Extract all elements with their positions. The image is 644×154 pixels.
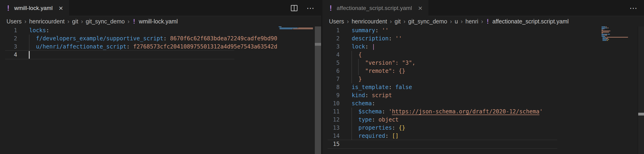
minimap-token: [602, 30, 610, 31]
tab-bar: ! affectionate_script.script.yaml × ⋯: [322, 0, 644, 16]
code-line[interactable]: 1summary: '': [322, 26, 600, 34]
breadcrumb-separator-icon: ›: [461, 18, 462, 25]
line-number[interactable]: 5: [322, 59, 340, 67]
code-token: [375, 116, 378, 123]
breadcrumb-separator-icon: ›: [24, 18, 26, 25]
code-token: '': [382, 27, 388, 34]
close-icon[interactable]: ×: [59, 4, 63, 12]
code-line[interactable]: 2description: '': [322, 34, 600, 43]
line-number[interactable]: 9: [322, 92, 340, 100]
minimap-token: [604, 28, 604, 29]
minimap-token: [602, 26, 605, 27]
code-line[interactable]: 8is_template: false: [322, 83, 600, 92]
breadcrumb-item[interactable]: henricourdent: [352, 18, 387, 25]
code-line[interactable]: 5 "version": "3",: [322, 59, 600, 67]
split-editor-icon[interactable]: [290, 4, 298, 12]
line-number[interactable]: 12: [322, 116, 340, 124]
text-cursor: [29, 51, 30, 59]
breadcrumb-item[interactable]: git_sync_demo: [408, 18, 447, 25]
code-line[interactable]: 3lock: |: [322, 43, 600, 51]
more-actions-icon[interactable]: ⋯: [630, 4, 638, 13]
line-number[interactable]: 10: [322, 100, 340, 108]
breadcrumb-item[interactable]: henricourdent: [29, 18, 65, 25]
line-number[interactable]: 4: [0, 51, 17, 59]
minimap-token: [602, 38, 604, 39]
code-line[interactable]: 3 u/henri/affectionate_script: f2768573c…: [0, 43, 278, 51]
minimap[interactable]: [278, 26, 315, 47]
code-line[interactable]: 6 "remote": {}: [322, 67, 600, 75]
breadcrumb-separator-icon: ›: [390, 18, 392, 25]
code-line-text: required: []: [352, 132, 398, 140]
code-line[interactable]: 4: [0, 51, 278, 59]
code-line[interactable]: 1locks:: [0, 26, 278, 34]
code-editor[interactable]: 1locks:2 f/developers_example/supportive…: [0, 26, 321, 154]
code-token: [388, 133, 392, 139]
line-number[interactable]: 3: [0, 43, 17, 51]
code-line[interactable]: 2 f/developers_example/supportive_script…: [0, 34, 278, 43]
yaml-file-icon: !: [132, 18, 136, 24]
code-token: {}: [398, 124, 405, 131]
code-line[interactable]: 13 properties: {}: [322, 124, 600, 132]
code-editor[interactable]: 1summary: ''2description: ''3lock: |4 {5…: [322, 26, 644, 154]
minimap-token: [602, 30, 603, 30]
line-number[interactable]: 14: [322, 132, 340, 140]
code-token: :: [375, 27, 378, 34]
code-token: https://json-schema.org/draft/2020-12/sc…: [392, 108, 539, 115]
code-token: [385, 108, 388, 115]
line-number[interactable]: 15: [322, 140, 340, 148]
code-token: :: [365, 92, 368, 98]
minimap[interactable]: [600, 26, 638, 47]
breadcrumb-item[interactable]: henri: [465, 18, 478, 25]
line-number[interactable]: 4: [322, 51, 340, 59]
scrollbar[interactable]: [638, 26, 644, 154]
line-number[interactable]: 11: [322, 108, 340, 116]
minimap-token: [608, 34, 610, 34]
code-line[interactable]: 10schema:: [322, 100, 600, 108]
code-line[interactable]: 11 $schema: 'https://json-schema.org/dra…: [322, 108, 600, 116]
breadcrumb-item[interactable]: git_sync_demo: [86, 18, 125, 25]
yaml-file-icon: !: [6, 4, 10, 12]
minimap-token: [293, 28, 313, 29]
tab-affectionate-script[interactable]: ! affectionate_script.script.yaml ×: [322, 0, 428, 16]
breadcrumb-item[interactable]: Users: [329, 18, 344, 25]
code-line[interactable]: 15: [322, 140, 600, 148]
code-line[interactable]: 9kind: script: [322, 92, 600, 100]
line-number[interactable]: 2: [0, 34, 17, 43]
breadcrumb-item[interactable]: git: [72, 18, 78, 25]
code-line[interactable]: 14 required: []: [322, 132, 600, 140]
code-token: object: [378, 116, 399, 123]
code-line[interactable]: 12 type: object: [322, 116, 600, 124]
code-line[interactable]: 4 {: [322, 51, 600, 59]
scrollbar-thumb[interactable]: [315, 43, 321, 46]
line-number[interactable]: 2: [322, 34, 340, 43]
tab-label: affectionate_script.script.yaml: [336, 5, 412, 11]
breadcrumb-file[interactable]: affectionate_script.script.yaml: [492, 18, 568, 25]
breadcrumb-file[interactable]: wmill-lock.yaml: [139, 18, 178, 25]
scrollbar[interactable]: [315, 26, 321, 154]
breadcrumb-separator-icon: ›: [450, 18, 452, 25]
close-icon[interactable]: ×: [418, 4, 422, 12]
code-line-text: u/henri/affectionate_script: f2768573cfc…: [29, 43, 277, 51]
scrollbar-thumb[interactable]: [638, 113, 644, 116]
code-token: script: [372, 92, 392, 98]
code-area: 1summary: ''2description: ''3lock: |4 {5…: [322, 26, 600, 154]
more-actions-icon[interactable]: ⋯: [306, 4, 315, 13]
breadcrumb-item[interactable]: git: [394, 18, 401, 25]
code-token: :: [385, 133, 388, 139]
line-number[interactable]: 6: [322, 67, 340, 75]
code-token: |: [372, 43, 375, 50]
code-token: [378, 27, 382, 34]
code-line[interactable]: 7 }: [322, 75, 600, 83]
line-number[interactable]: 13: [322, 124, 340, 132]
editor-group-right: ! affectionate_script.script.yaml × ⋯ Us…: [322, 0, 644, 154]
code-token: [392, 84, 395, 90]
line-number[interactable]: 1: [0, 26, 17, 34]
line-number[interactable]: 3: [322, 43, 340, 51]
code-token: :: [388, 35, 392, 42]
breadcrumb-item[interactable]: u: [455, 18, 458, 25]
tab-wmill-lock[interactable]: ! wmill-lock.yaml ×: [0, 0, 69, 16]
line-number[interactable]: 7: [322, 75, 340, 83]
line-number[interactable]: 8: [322, 83, 340, 92]
line-number[interactable]: 1: [322, 26, 340, 34]
breadcrumb-item[interactable]: Users: [6, 18, 22, 25]
